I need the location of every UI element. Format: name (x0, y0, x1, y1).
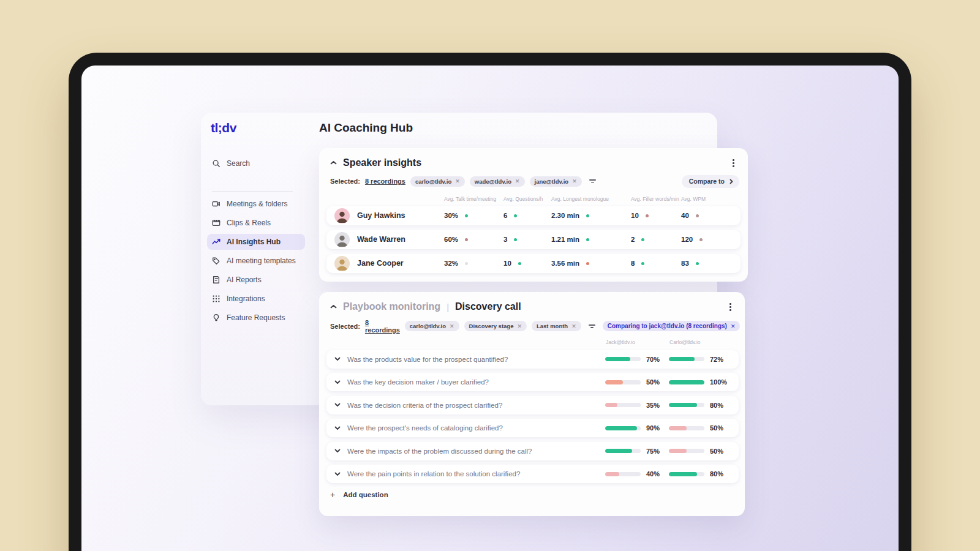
report-doc-icon (212, 276, 221, 284)
compare-to-label: Compare to (689, 178, 725, 185)
status-dot (465, 214, 468, 217)
table-row[interactable]: Guy Hawkins 30% 6 2.30 min 10 40 (326, 206, 741, 225)
kebab-menu-icon[interactable] (729, 157, 738, 170)
table-row[interactable]: Jane Cooper 32% 10 3.56 min 8 83 (326, 254, 741, 273)
status-dot (586, 238, 589, 241)
template-tag-icon (212, 257, 221, 265)
progress-percent: 75% (641, 448, 665, 455)
filter-chip[interactable]: wade@tldv.io✕ (470, 176, 525, 187)
chevron-down-icon[interactable] (334, 426, 347, 430)
close-icon[interactable]: ✕ (731, 323, 736, 329)
progress-bar (669, 403, 704, 407)
question-row[interactable]: Were the pain points in relation to the … (326, 465, 739, 483)
avatar (334, 256, 350, 271)
progress-percent: 80% (704, 470, 733, 478)
filter-chip[interactable]: carlo@tldv.io✕ (410, 176, 465, 187)
metric-value: 83 (681, 260, 689, 267)
progress-percent: 50% (704, 448, 733, 455)
metric-value: 30% (444, 212, 458, 219)
question-row[interactable]: Were the prospect's needs of cataloging … (326, 419, 739, 437)
column-header: Jack@tldv.io (606, 339, 635, 345)
filter-icon[interactable] (587, 177, 598, 186)
filter-chip[interactable]: jane@tldv.io✕ (530, 176, 582, 187)
progress-percent: 80% (704, 402, 733, 409)
chevron-down-icon[interactable] (334, 380, 347, 384)
compare-to-button[interactable]: Compare to (682, 175, 739, 188)
close-icon[interactable]: ✕ (455, 178, 460, 184)
selected-recordings-link[interactable]: 8 recordings (365, 178, 405, 185)
avatar (334, 208, 350, 223)
filter-chip[interactable]: Last month✕ (532, 321, 581, 331)
sidebar-item-feature-requests[interactable]: Feature Requests (207, 310, 305, 326)
column-header: Avg. Talk time/meeting (444, 196, 503, 202)
panel-title-muted: Playbook monitoring (343, 301, 440, 312)
grid-dots-icon (212, 294, 221, 303)
progress-bar (605, 472, 641, 476)
close-icon[interactable]: ✕ (517, 323, 522, 329)
progress-bar (605, 449, 641, 453)
chevron-down-icon[interactable] (334, 357, 347, 361)
sidebar-item-ai-reports[interactable]: AI Reports (207, 272, 305, 288)
status-dot (641, 262, 644, 265)
sidebar-item-clips[interactable]: Clips & Reels (207, 215, 305, 231)
close-icon[interactable]: ✕ (450, 323, 454, 329)
sidebar-item-integrations[interactable]: Integrations (207, 291, 305, 307)
chevron-down-icon[interactable] (334, 449, 347, 453)
speaker-name: Jane Cooper (357, 259, 404, 268)
filter-chip[interactable]: carlo@tldv.io✕ (405, 321, 459, 331)
progress-bar (669, 472, 704, 476)
chevron-right-icon (729, 179, 733, 184)
question-row[interactable]: Were the impacts of the problem discusse… (326, 442, 739, 460)
sidebar-item-ai-meeting-templates[interactable]: AI meeting templates (207, 253, 305, 269)
selected-recordings-link[interactable]: 8 recordings (365, 319, 400, 334)
close-icon[interactable]: ✕ (572, 178, 577, 184)
question-row[interactable]: Was the products value for the prospect … (326, 350, 739, 369)
column-header: Avg. Longest monologue (551, 196, 631, 202)
metric-value: 2.30 min (551, 212, 579, 219)
title-divider: | (447, 302, 449, 312)
chevron-up-icon[interactable] (330, 304, 337, 309)
kebab-menu-icon[interactable] (726, 301, 735, 313)
sidebar-item-label: AI Insights Hub (227, 238, 281, 246)
table-header-row: Avg. Talk time/meeting Avg. Questions/h … (319, 188, 748, 202)
playbook-monitoring-panel: Playbook monitoring | Discovery call Sel… (319, 292, 745, 516)
progress-bar (669, 357, 704, 361)
close-icon[interactable]: ✕ (515, 178, 520, 184)
panel-title: Speaker insights (343, 157, 421, 168)
sidebar-item-label: Meetings & folders (227, 200, 287, 208)
table-row[interactable]: Wade Warren 60% 3 1.21 min 2 120 (326, 230, 741, 249)
progress-bar (669, 426, 704, 430)
add-question-button[interactable]: + Add question (330, 490, 745, 499)
question-row[interactable]: Was the key decision maker / buyer clari… (326, 373, 739, 391)
question-text: Was the products value for the prospect … (347, 356, 605, 363)
chevron-down-icon[interactable] (334, 472, 347, 476)
metric-value: 8 (631, 260, 635, 267)
chip-label: Last month (537, 323, 568, 329)
metric-value: 6 (503, 212, 507, 219)
metric-value: 3.56 min (551, 260, 579, 267)
progress-bar (669, 380, 704, 384)
close-icon[interactable]: ✕ (571, 323, 576, 329)
status-dot (518, 262, 521, 265)
sidebar-item-label: AI Reports (227, 276, 262, 284)
progress-percent: 50% (704, 424, 733, 432)
filter-chip[interactable]: Discovery stage✕ (464, 321, 527, 331)
question-text: Was the decision criteria of the prospec… (347, 402, 605, 409)
comparing-chip[interactable]: Comparing to jack@tldv.io (8 recordings)… (603, 321, 741, 331)
panel-title: Discovery call (455, 301, 521, 312)
sidebar-item-meetings[interactable]: Meetings & folders (207, 196, 305, 212)
sidebar-item-ai-insights-hub[interactable]: AI Insights Hub (207, 234, 305, 250)
question-text: Were the pain points in relation to the … (347, 470, 605, 478)
status-dot (465, 262, 468, 265)
chevron-up-icon[interactable] (330, 160, 337, 165)
question-text: Was the key decision maker / buyer clari… (347, 378, 605, 386)
filter-icon[interactable] (586, 322, 598, 331)
question-row[interactable]: Was the decision criteria of the prospec… (326, 396, 739, 414)
metric-value: 120 (681, 236, 693, 243)
status-dot (465, 238, 468, 241)
chevron-down-icon[interactable] (334, 403, 347, 407)
metric-value: 3 (503, 236, 507, 243)
speaker-insights-panel: Speaker insights Selected: 8 recordings … (319, 148, 748, 282)
sidebar-search[interactable]: Search (212, 159, 250, 168)
progress-percent: 40% (641, 470, 665, 478)
